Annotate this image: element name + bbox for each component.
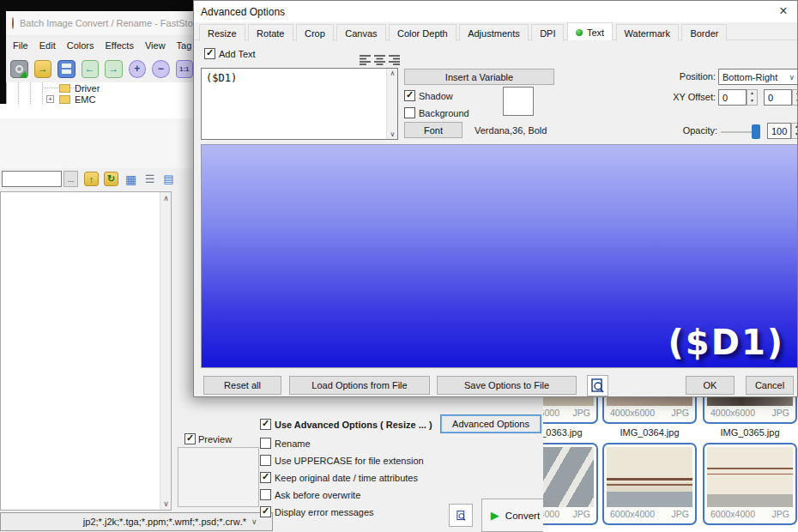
thumbnail-row2-3[interactable]: 6000x4000JPG [703,443,797,525]
background-checkbox[interactable]: Background [404,107,469,118]
option-uppercase[interactable]: Use UPPERCASE for file extension [260,455,424,466]
menu-bar: File Edit Colors Effects View Tag Favori… [6,36,193,55]
position-dropdown[interactable]: Bottom-Right ∨ [718,69,798,85]
textarea-scrollbar[interactable]: ∧ ∨ [386,69,397,139]
thumbnail-IMG_0364[interactable]: 4000x6000JPG [602,397,697,424]
opacity-slider[interactable] [721,124,760,140]
tab-color-depth[interactable]: Color Depth [389,24,456,41]
tab-rotate[interactable]: Rotate [248,24,293,41]
menu-colors[interactable]: Colors [67,40,94,51]
align-right-icon[interactable] [389,55,400,65]
slider-thumb[interactable] [752,124,760,139]
convert-button[interactable]: ▶ Convert [481,499,549,532]
folder-up-icon[interactable]: ↑ [84,172,99,186]
thumbnail-view-icon[interactable]: ▦ [124,172,138,186]
spinner-down-icon[interactable]: ▾ [792,131,798,139]
text-color-swatch[interactable] [503,87,534,116]
save-options-button[interactable]: Save Options to File [437,376,577,395]
zoom-out-icon[interactable]: − [152,60,170,78]
check-icon: ✓ [262,472,269,481]
ok-button[interactable]: OK [686,376,735,395]
tab-dpi[interactable]: DPI [531,24,564,41]
spinner-up-icon[interactable]: ▴ [747,90,757,98]
scroll-down-icon[interactable]: ∨ [387,130,398,138]
thumbnail-IMG_0365[interactable]: 4000x6000JPG [703,397,797,424]
tree-label: Driver [75,83,100,94]
y-offset-spinner[interactable]: ▴ ▾ [792,89,798,106]
tree-row-driver[interactable]: Driver [7,82,193,94]
xy-offset-label: XY Offset: [647,92,716,102]
spinner-up-icon[interactable]: ▴ [792,124,798,131]
preview-checkbox[interactable]: ✓ Preview [184,433,232,444]
option-rename[interactable]: Rename [260,438,311,449]
tab-canvas[interactable]: Canvas [336,24,385,41]
spinner-down-icon[interactable]: ▾ [747,98,757,106]
tree-row-emc[interactable]: + EMC [7,94,193,104]
thumbnail-IMG_0363[interactable]: 4000x6000JPG [543,397,598,424]
tab-crop[interactable]: Crop [296,24,334,41]
spinner-up-icon[interactable]: ▴ [793,90,798,98]
details-view-icon[interactable]: ▤ [161,172,176,186]
dialog-titlebar[interactable]: Advanced Options × [194,1,797,22]
text-input-area[interactable]: ($D1) ∧ ∨ [201,68,398,140]
preview-result-button[interactable] [449,504,473,527]
file-list-panel[interactable]: ∧ ∨ [0,191,172,511]
option-keep-date[interactable]: ✓ Keep original date / time attributes [260,472,418,483]
cancel-button[interactable]: Cancel [746,376,794,395]
acquire-camera-icon[interactable] [10,60,28,78]
file-filter-combobox[interactable]: *.jp2;*.j2k;*.tga;*.ppm;*.wmf;*.psd;*.cr… [0,512,273,531]
tab-resize[interactable]: Resize [199,24,245,41]
insert-variable-button[interactable]: Insert a Variable [404,69,554,85]
folder-refresh-icon[interactable]: ↻ [104,172,118,186]
x-offset-input[interactable]: 0 [718,89,747,106]
menu-file[interactable]: File [13,40,28,51]
option-display-errors[interactable]: ✓ Display error messages [260,506,374,517]
align-center-icon[interactable] [374,55,385,65]
tree-expander-icon[interactable]: + [46,95,54,103]
shadow-checkbox[interactable]: ✓ Shadow [404,90,453,101]
browse-button[interactable]: ... [63,171,78,187]
y-offset-input[interactable]: 0 [764,89,792,106]
chevron-down-icon[interactable]: ∨ [251,517,257,526]
zoom-in-icon[interactable]: + [129,60,147,78]
add-text-checkbox[interactable]: ✓ Add Text [204,48,256,59]
save-icon[interactable] [57,60,76,78]
reset-all-button[interactable]: Reset all [203,376,281,395]
menu-edit[interactable]: Edit [39,40,56,51]
align-left-icon[interactable] [360,55,371,65]
path-input[interactable] [2,171,62,187]
menu-tag[interactable]: Tag [177,40,192,51]
tab-border[interactable]: Border [681,24,727,41]
opacity-input[interactable]: 100 [767,123,791,139]
tab-adjustments[interactable]: Adjustments [459,24,529,41]
spinner-down-icon[interactable]: ▾ [793,98,798,106]
tab-watermark[interactable]: Watermark [616,24,679,41]
list-view-icon[interactable]: ☰ [142,172,157,186]
font-button[interactable]: Font [404,122,462,138]
tab-text[interactable]: Text [567,22,613,40]
thumbnail-row2-2[interactable]: 6000x4000JPG [602,443,697,525]
shadow-label: Shadow [419,91,453,101]
file-list-scrollbar[interactable]: ∧ ∨ [160,192,171,510]
option-use-advanced[interactable]: ✓ Use Advanced Options ( Resize ... ) [260,419,432,430]
menu-effects[interactable]: Effects [106,40,134,51]
option-ask-overwrite[interactable]: Ask before overwrite [260,489,360,500]
opacity-spinner[interactable]: ▴ ▾ [791,123,798,139]
folder-icon [59,84,70,93]
main-window-titlebar[interactable]: Batch Image Convert / Rename - FastStone [6,11,193,36]
scroll-down-icon[interactable]: ∨ [160,499,172,508]
close-icon[interactable]: × [773,1,794,21]
thumbnail-row2-1[interactable]: 6000x4000JPG [543,443,598,525]
dialog-preview-button[interactable] [587,375,608,396]
advanced-options-button[interactable]: Advanced Options [440,414,541,433]
load-options-button[interactable]: Load Options from File [289,376,430,395]
scroll-up-icon[interactable]: ∧ [387,70,398,77]
check-icon: ✓ [406,90,414,100]
x-offset-spinner[interactable]: ▴ ▾ [747,89,758,106]
next-image-icon[interactable]: → [105,60,123,78]
actual-size-icon[interactable]: 1:1 [176,60,194,78]
open-folder-icon[interactable]: → [34,60,52,78]
scroll-up-icon[interactable]: ∧ [160,194,172,203]
previous-image-icon[interactable]: ← [82,60,100,78]
menu-view[interactable]: View [145,40,166,51]
